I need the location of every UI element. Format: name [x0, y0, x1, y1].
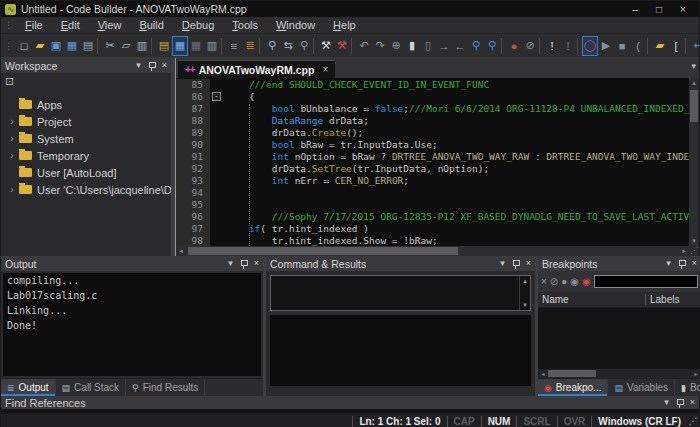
new-file-icon[interactable]: □ [16, 36, 32, 56]
indent-icon[interactable]: ≡ [226, 36, 242, 56]
scroll-right-icon[interactable]: ▸ [679, 246, 689, 256]
save-all-icon[interactable]: ▦ [64, 36, 80, 56]
editor-vertical-scrollbar[interactable]: ▴ ▾ [689, 78, 699, 246]
expand-arrow-icon[interactable]: › [7, 150, 17, 161]
expand-arrow-icon[interactable]: › [7, 116, 17, 127]
chevron-down-icon[interactable]: ▾ [136, 61, 141, 70]
chevron-down-icon[interactable]: ▾ [664, 398, 669, 407]
close-icon[interactable]: × [254, 259, 259, 268]
menu-item-help[interactable]: Help [324, 18, 365, 32]
redo-icon[interactable]: ↷ [372, 36, 388, 56]
save-icon[interactable]: ▣ [48, 36, 64, 56]
print-icon[interactable]: ▤ [80, 36, 96, 56]
paste-icon[interactable]: ▥ [134, 36, 150, 56]
find-next-icon[interactable]: ⚲ [296, 36, 312, 56]
minimize-button[interactable]: – [623, 4, 647, 15]
toggle-breakpoint-icon[interactable]: ● [506, 36, 522, 56]
back-icon[interactable]: ↩ [690, 36, 700, 56]
breakpoint-filter-input[interactable] [594, 275, 698, 288]
horizontal-scroll-thumb[interactable] [188, 247, 458, 255]
open-file-icon[interactable]: ▰ [32, 36, 48, 56]
bracket-icon[interactable]: [ [668, 36, 684, 56]
tree-item-user[interactable]: User [AutoLoad] [1, 164, 171, 181]
tree-item-user[interactable]: ›User 'C:\Users\jacqueline\Documen [1, 181, 171, 198]
tab-bookma[interactable]: ▮Bookma... [675, 379, 700, 396]
menu-item-window[interactable]: Window [267, 18, 324, 32]
delete-breakpoint-icon[interactable]: × [541, 276, 547, 287]
debug-tools-icon[interactable]: ⚒ [334, 36, 350, 56]
find-icon[interactable]: ⚲ [264, 36, 280, 56]
close-icon[interactable]: × [692, 259, 697, 268]
menu-item-tools[interactable]: Tools [223, 18, 267, 32]
tab-variables[interactable]: ▤Variables [608, 379, 674, 396]
close-icon[interactable]: × [162, 61, 167, 70]
tab-breakpo[interactable]: ◉Breakpo... [538, 379, 608, 396]
tools-icon[interactable]: ⚒ [318, 36, 334, 56]
menu-item-view[interactable]: View [89, 18, 131, 32]
breakpoint-manager-icon[interactable]: ◉ [582, 276, 591, 287]
compile-icon[interactable]: ▦ [172, 36, 188, 56]
find-in-files-icon[interactable]: ▰ [652, 36, 668, 56]
cut-icon[interactable]: ✂ [102, 36, 118, 56]
menu-item-debug[interactable]: Debug [173, 18, 223, 32]
enable-all-breakpoints-icon[interactable]: ◉ [570, 276, 579, 287]
copy-icon[interactable]: ▱ [118, 36, 134, 56]
tree-item-apps[interactable]: Apps [1, 96, 171, 113]
close-icon[interactable]: × [690, 398, 695, 407]
horizontal-scroll-thumb[interactable] [548, 370, 596, 377]
menu-item-file[interactable]: File [16, 18, 52, 32]
vertical-scroll-thumb[interactable] [690, 90, 698, 122]
scroll-down-icon[interactable]: ▾ [520, 301, 530, 309]
scroll-left-icon[interactable]: ◂ [538, 369, 548, 379]
close-icon[interactable]: × [526, 259, 531, 268]
undo-icon[interactable]: ↶ [356, 36, 372, 56]
scroll-right-icon[interactable]: ▸ [691, 369, 700, 379]
tab-output[interactable]: ≣Output [1, 379, 56, 396]
editor-horizontal-scrollbar[interactable]: ◂ ▸ [176, 246, 689, 256]
tree-item-system[interactable]: ›System [1, 130, 171, 147]
rebuild-all-icon[interactable]: ▥ [204, 36, 220, 56]
chevron-down-icon[interactable]: ▾ [666, 259, 671, 268]
tab-close-icon[interactable]: × [322, 64, 328, 75]
tree-item-project[interactable]: ›Project [1, 113, 171, 130]
maximize-button[interactable]: □ [647, 4, 671, 15]
delete-all-breakpoints-icon[interactable]: ● [561, 276, 567, 287]
scroll-down-icon[interactable]: ▾ [689, 236, 699, 246]
stop-build-icon[interactable]: ! [544, 36, 560, 56]
tree-item-temporary[interactable]: ›Temporary [1, 147, 171, 164]
step-icon[interactable]: ▶ [598, 36, 614, 56]
tab-callstack[interactable]: ▤Call Stack [56, 379, 127, 396]
clear-bookmarks-icon[interactable]: ▯ [420, 36, 436, 56]
expand-arrow-icon[interactable]: › [7, 133, 17, 144]
zoom-out-icon[interactable]: ⚲ [484, 36, 500, 56]
prev-bookmark-icon[interactable]: ← [452, 36, 468, 56]
command-input-scrollbar[interactable]: ▴ ▾ [519, 276, 530, 310]
close-button[interactable]: × [671, 4, 695, 15]
scroll-left-icon[interactable]: ◂ [176, 246, 186, 256]
stop-all-icon[interactable]: ! [560, 36, 576, 56]
column-name[interactable]: Name [538, 294, 645, 305]
paren-icon[interactable]: ( [630, 36, 646, 56]
pin-icon[interactable] [675, 398, 684, 408]
next-bookmark-icon[interactable]: → [436, 36, 452, 56]
expand-arrow-icon[interactable]: › [7, 184, 17, 195]
chevron-down-icon[interactable]: ▾ [228, 259, 233, 268]
scroll-up-icon[interactable]: ▴ [689, 78, 699, 88]
clear-breakpoints-icon[interactable]: ⊘ [522, 36, 538, 56]
bookmark-icon[interactable]: ▮ [404, 36, 420, 56]
pin-icon[interactable] [147, 61, 156, 71]
replace-icon[interactable]: ⇆ [280, 36, 296, 56]
disable-breakpoint-icon[interactable]: ⊘ [550, 276, 558, 287]
pin-icon[interactable] [511, 259, 520, 269]
tab-overflow-icon[interactable]: ▾ [691, 61, 696, 71]
goto-icon[interactable]: ⊕ [388, 36, 404, 56]
format-icon[interactable]: ≣ [242, 36, 258, 56]
menu-item-edit[interactable]: Edit [52, 18, 89, 32]
window-resize-grip-icon[interactable]: ⋰ [687, 416, 699, 426]
fold-collapse-icon[interactable]: - [212, 92, 221, 101]
chevron-down-icon[interactable]: ▾ [500, 259, 505, 268]
editor-tab[interactable]: ++ ANOVATwoWayRM.cpp × [178, 60, 335, 78]
record-icon[interactable]: ◯ [582, 36, 598, 56]
pin-icon[interactable] [239, 259, 248, 269]
code-editor[interactable]: 85 ///end SHOULD_CHECK_EVENT_ID_IN_EVENT… [176, 78, 699, 256]
